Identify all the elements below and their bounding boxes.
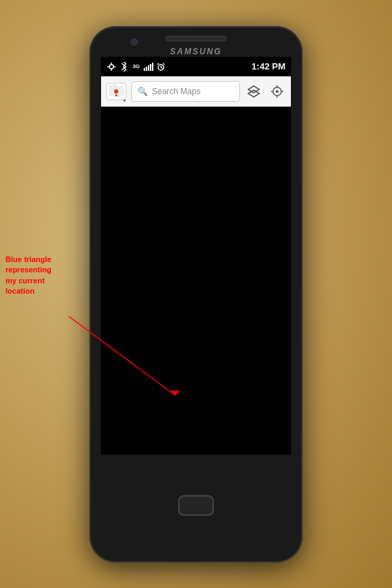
phone-screen: 3G 1:42 PM (100, 56, 292, 455)
svg-point-26 (276, 90, 279, 93)
annotation-line2: representing (6, 265, 52, 274)
alarm-status-icon (156, 62, 166, 72)
svg-marker-23 (248, 86, 259, 93)
search-placeholder: Search Maps (152, 87, 201, 96)
svg-point-20 (114, 89, 118, 94)
svg-rect-7 (146, 67, 147, 71)
phone-bottom (89, 455, 303, 563)
svg-line-13 (161, 67, 162, 68)
gps-status-icon (107, 62, 116, 72)
annotation-text: Blue triangle representing my current lo… (6, 254, 52, 297)
layers-button[interactable] (244, 82, 263, 101)
status-icons-left: 3G (107, 62, 166, 72)
annotation-line3: my current (6, 276, 45, 285)
phone-top-bar (89, 26, 303, 45)
maps-logo[interactable] (105, 80, 127, 102)
annotation-container: Blue triangle representing my current lo… (6, 254, 52, 297)
bluetooth-status-icon (119, 62, 129, 72)
signal-status-icon (144, 62, 153, 72)
home-button[interactable] (178, 495, 214, 516)
status-time: 1:42 PM (252, 61, 285, 72)
svg-point-0 (109, 65, 113, 69)
annotation-line4: location (6, 287, 34, 295)
svg-marker-24 (248, 90, 259, 97)
svg-line-15 (163, 63, 164, 65)
svg-rect-9 (150, 64, 151, 71)
svg-rect-8 (148, 65, 149, 71)
front-camera (131, 39, 138, 45)
search-icon: 🔍 (138, 87, 148, 96)
svg-rect-6 (144, 68, 145, 71)
3g-status-icon: 3G (131, 62, 141, 72)
svg-marker-22 (123, 100, 126, 102)
svg-rect-10 (152, 63, 153, 71)
search-input[interactable]: 🔍 Search Maps (131, 81, 240, 102)
annotation-line1: Blue triangle (6, 255, 52, 263)
map-toolbar: 🔍 Search Maps (101, 76, 291, 107)
brand-label: SAMSUNG (170, 47, 221, 56)
my-location-button[interactable] (268, 82, 287, 101)
svg-line-14 (157, 63, 159, 65)
phone-device: SAMSUNG 3G (89, 26, 303, 563)
status-bar: 3G 1:42 PM (101, 57, 291, 76)
earpiece-speaker (165, 36, 227, 41)
